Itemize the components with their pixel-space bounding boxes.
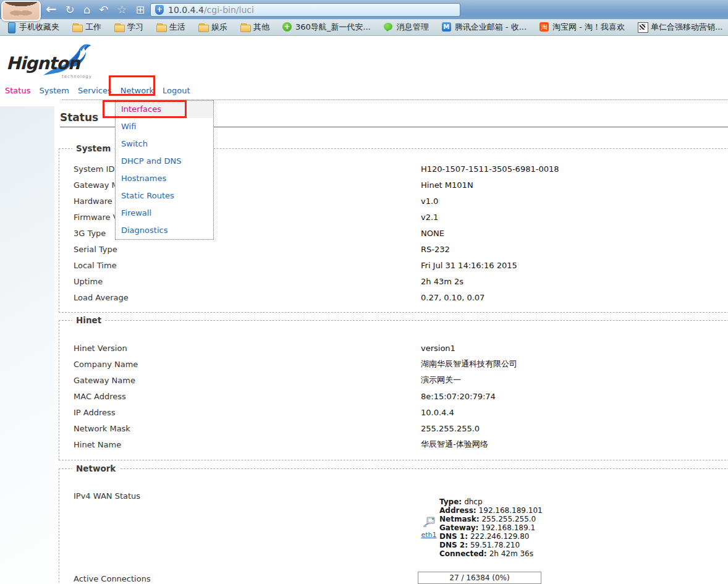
bookmark-item[interactable]: 其他 (240, 22, 269, 33)
field-value: Fri Jul 31 14:16:16 2015 (421, 261, 517, 270)
field-value: RS-232 (421, 245, 450, 254)
menu-item-hostnames[interactable]: Hostnames (116, 170, 213, 187)
wan-detail-line: Netmask:255.255.255.0 (439, 515, 543, 523)
wan-detail-line: Gateway:192.168.189.1 (439, 523, 543, 532)
bookmarks-bar: 手机收藏夹工作学习生活娱乐其他360导航_新一代安...消息管理腾讯企业邮箱 -… (0, 19, 728, 36)
system-section-legend: System (72, 143, 114, 153)
bookmark-item[interactable]: 娱乐 (198, 22, 227, 33)
logo-subtitle: technology (62, 74, 92, 79)
field-value: Hinet M101N (421, 180, 473, 190)
field-value: 2h 43m 2s (421, 277, 463, 286)
bookmark-item[interactable]: 360导航_新一代安... (282, 22, 371, 33)
menu-item-static-routes[interactable]: Static Routes (116, 187, 213, 205)
wan-detail-key: Connected: (439, 549, 487, 558)
main-nav: StatusSystemServicesNetworkLogout (5, 86, 190, 95)
bookmark-label: 淘宝网 - 淘！我喜欢 (552, 22, 625, 33)
nav-logout[interactable]: Logout (163, 86, 190, 95)
bookmark-label: 学习 (127, 22, 143, 33)
bookmark-label: 360导航_新一代安... (295, 22, 371, 33)
wan-detail-line: Connected:2h 42m 36s (439, 549, 543, 558)
wan-detail-line: Address:192.168.189.101 (439, 506, 543, 515)
field-value: 0.27, 0.10, 0.07 (421, 293, 485, 302)
nav-system[interactable]: System (39, 86, 69, 95)
bookmark-item[interactable]: 单仁合强移动营销... (638, 22, 722, 33)
folder-icon (198, 22, 208, 32)
home-icon[interactable]: ⌂ (83, 0, 90, 19)
menu-item-wifi[interactable]: Wifi (116, 118, 213, 135)
site-icon (638, 22, 648, 32)
bookmark-item[interactable]: 淘宝网 - 淘！我喜欢 (540, 22, 625, 33)
field-value: 演示网关一 (421, 375, 461, 386)
bookmark-label: 单仁合强移动营销... (651, 22, 722, 33)
wan-detail-key: Address: (439, 506, 476, 515)
wan-detail-line: Type:dhcp (439, 497, 543, 506)
field-label: IP Address (74, 408, 421, 417)
address-bar[interactable]: + 10.0.4.4/cgi-bin/luci (150, 3, 460, 17)
wan-detail-value: dhcp (464, 497, 482, 506)
logo-title: Hignton (6, 53, 80, 74)
field-label: Company Name (74, 360, 421, 369)
hinet-section: Hinet Hinet Versionversion1Company Name湖… (59, 320, 728, 460)
field-label: Load Average (74, 293, 421, 302)
nav-status[interactable]: Status (5, 86, 30, 95)
favorite-star-icon[interactable]: ☆ (117, 0, 127, 19)
folder-icon (156, 22, 166, 32)
undo-icon[interactable]: ↶ (99, 0, 108, 19)
back-icon[interactable]: ← (46, 0, 57, 19)
table-row: Hinet Versionversion1 (59, 340, 728, 356)
wan-detail-key: DNS 2: (439, 541, 468, 549)
menu-item-switch[interactable]: Switch (116, 135, 213, 153)
field-label: Serial Type (74, 245, 421, 254)
bookmark-item[interactable]: 学习 (114, 22, 143, 33)
wan-detail-value: 255.255.255.0 (481, 515, 536, 523)
field-value: NONE (421, 229, 444, 238)
table-row: Serial TypeRS-232 (59, 241, 728, 257)
field-label: Gateway Name (74, 376, 421, 385)
wan-detail-key: DNS 1: (439, 532, 468, 541)
menu-item-firewall[interactable]: Firewall (116, 205, 213, 222)
field-value: v1.0 (421, 197, 438, 206)
bookmark-item[interactable]: 腾讯企业邮箱 - 收... (442, 22, 527, 33)
bookmark-label: 其他 (253, 22, 269, 33)
chat-icon (384, 22, 394, 32)
page-title: Status (60, 111, 98, 124)
field-value: v2.1 (421, 213, 438, 222)
wan-detail-line: DNS 1:222.246.129.80 (439, 532, 543, 541)
bookmark-item[interactable]: 手机收藏夹 (6, 22, 59, 33)
menu-item-dhcp-and-dns[interactable]: DHCP and DNS (116, 153, 213, 170)
bookmark-label: 娱乐 (211, 22, 227, 33)
field-label: Hinet Name (74, 440, 421, 449)
table-row: Gateway Name演示网关一 (59, 372, 728, 388)
wan-detail-value: 192.168.189.1 (481, 523, 535, 532)
bookmark-item[interactable]: 工作 (72, 22, 101, 33)
bookmark-label: 腾讯企业邮箱 - 收... (455, 22, 527, 33)
network-section: Network IPv4 WAN Status eth1 Type:dhcpAd… (59, 468, 728, 584)
bookmark-item[interactable]: 生活 (156, 22, 185, 33)
field-value: 255.255.255.0 (421, 424, 480, 433)
url-path: /cgi-bin/luci (204, 5, 254, 15)
apps-grid-icon[interactable]: ⊞ (135, 0, 145, 19)
field-value: 华辰智通-体验网络 (421, 439, 488, 450)
interfaces-highlight-box (103, 100, 187, 118)
field-value: H120-1507-1511-3505-6981-0018 (421, 164, 559, 174)
field-label: Network Mask (74, 424, 421, 433)
bookmark-label: 消息管理 (397, 22, 429, 33)
table-row: Local TimeFri Jul 31 14:16:16 2015 (59, 257, 728, 273)
taobao-icon (540, 22, 549, 32)
wan-detail-key: Gateway: (439, 523, 478, 532)
url-host: 10.0.4.4 (168, 5, 204, 15)
user-avatar[interactable] (1, 1, 41, 21)
brand-logo: Hignton technology (5, 44, 98, 85)
bookmark-item[interactable]: 消息管理 (384, 22, 429, 33)
menu-item-diagnostics[interactable]: Diagnostics (116, 222, 213, 239)
table-row: Network Mask255.255.255.0 (59, 420, 728, 436)
nav-services[interactable]: Services (78, 86, 112, 95)
wan-detail-key: Type: (439, 497, 462, 506)
site-shield-icon: + (155, 5, 164, 15)
wan-status-label: IPv4 WAN Status (74, 491, 140, 501)
refresh-icon[interactable]: ↻ (66, 0, 75, 19)
eth1-interface-link[interactable]: eth1 (417, 531, 441, 539)
folder-icon (114, 22, 124, 32)
wan-detail-key: Netmask: (439, 515, 479, 523)
table-row: Uptime2h 43m 2s (59, 273, 728, 289)
